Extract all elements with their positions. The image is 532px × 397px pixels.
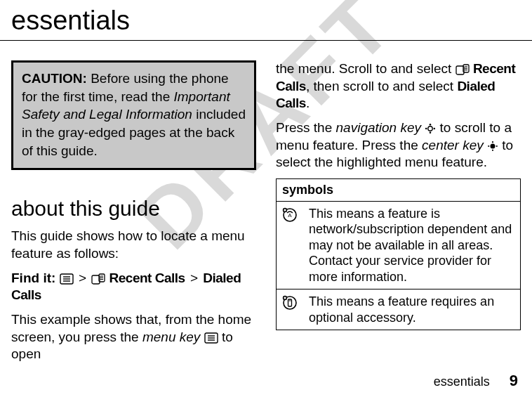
svg-point-24	[488, 145, 489, 147]
nav-key-text: navigation key	[336, 120, 421, 135]
left-column: CAUTION: Before using the phone for the …	[11, 60, 256, 370]
svg-text:A: A	[288, 212, 292, 219]
right-column: the menu. Scroll to and select Recent Ca…	[276, 60, 521, 370]
center-key-text: center key	[422, 138, 484, 152]
right-para-1: the menu. Scroll to and select Recent Ca…	[276, 60, 521, 112]
svg-point-25	[496, 145, 498, 147]
svg-point-20	[434, 128, 436, 130]
footer-section: essentials	[434, 375, 490, 389]
rp2-pre: Press the	[276, 120, 336, 135]
table-row: A This means a feature is network/subscr…	[277, 201, 521, 289]
menu-key-icon	[204, 332, 218, 344]
find-it-line: Find it: >	[11, 270, 256, 304]
symbols-header: symbols	[277, 179, 521, 202]
find-it-recent-calls: Recent Calls	[109, 271, 185, 285]
caution-box: CAUTION: Before using the phone for the …	[11, 60, 256, 170]
example-text: This example shows that, from the home s…	[11, 311, 256, 363]
svg-point-18	[430, 132, 432, 134]
section-title: about this guide	[11, 197, 256, 221]
symbol-desc-0: This means a feature is network/subscrip…	[303, 201, 521, 289]
menu-key-text: menu key	[142, 330, 200, 344]
svg-point-21	[491, 143, 496, 148]
symbols-table: symbols A	[276, 178, 521, 330]
svg-point-16	[428, 126, 432, 131]
svg-point-23	[492, 149, 493, 150]
phone-history-icon	[455, 64, 470, 75]
find-it-label: Find it:	[11, 271, 55, 285]
intro-text: This guide shows how to locate a menu fe…	[11, 228, 256, 262]
rp1-mid: , then scroll to and select	[306, 79, 457, 93]
nav-key-icon	[425, 123, 436, 134]
table-row: This means a feature requires an optiona…	[277, 289, 521, 330]
svg-point-19	[425, 128, 427, 130]
page-number: 9	[510, 372, 518, 390]
footer: essentials 9	[434, 372, 518, 390]
symbol-desc-1: This means a feature requires an optiona…	[303, 289, 521, 330]
network-feature-icon: A	[282, 207, 298, 223]
right-para-2: Press the navigation key to scroll to a …	[276, 119, 521, 171]
breadcrumb-sep-2: >	[189, 271, 199, 285]
svg-point-17	[430, 124, 432, 126]
svg-point-22	[492, 141, 493, 143]
breadcrumb-sep-1: >	[77, 271, 88, 285]
caution-label: CAUTION:	[22, 71, 87, 86]
center-key-icon	[487, 141, 498, 152]
accessory-feature-icon	[282, 295, 298, 311]
rp1-pre: the menu. Scroll to and select	[276, 61, 455, 76]
menu-key-icon	[60, 273, 74, 285]
rp1-end: .	[306, 96, 310, 110]
page-title: essentials	[0, 0, 532, 41]
phone-history-icon	[91, 273, 105, 285]
